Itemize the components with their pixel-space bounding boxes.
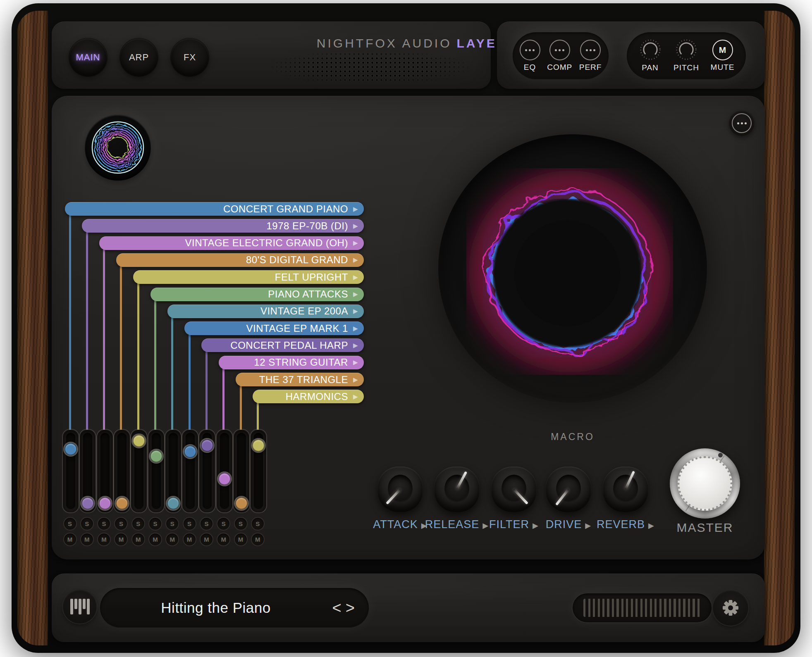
- solo-button[interactable]: S: [114, 517, 128, 531]
- solo-button[interactable]: S: [251, 517, 265, 531]
- slider-thumb[interactable]: [81, 497, 94, 509]
- mute-button[interactable]: M: [114, 533, 128, 546]
- preset-selector[interactable]: Hitting the Piano < >: [100, 588, 369, 628]
- layer-label: VINTAGE EP MARK 1: [246, 323, 348, 334]
- layer-volume-slider[interactable]: [80, 430, 96, 512]
- keyboard-icon: [70, 599, 90, 614]
- layer-volume-slider[interactable]: [97, 430, 113, 512]
- attack-knob[interactable]: [377, 467, 423, 512]
- scrub-strip[interactable]: [572, 593, 712, 623]
- layer-volume-slider[interactable]: [148, 430, 164, 512]
- tab-main[interactable]: MAIN: [69, 38, 107, 76]
- pan-control[interactable]: PAN: [638, 39, 662, 72]
- release-knob[interactable]: [434, 467, 480, 512]
- slider-thumb[interactable]: [99, 497, 111, 509]
- macro-options-button[interactable]: [729, 110, 755, 136]
- layer-volume-slider[interactable]: [217, 430, 232, 512]
- slider-thumb[interactable]: [150, 450, 162, 462]
- layer-volume-slider[interactable]: [63, 430, 79, 512]
- slider-thumb[interactable]: [64, 443, 77, 455]
- layer-expand-icon: ▶: [353, 205, 358, 213]
- mute-button[interactable]: M: [131, 533, 145, 546]
- keyboard-button[interactable]: [63, 590, 97, 624]
- layer-bar[interactable]: VINTAGE EP MARK 1▶: [184, 321, 364, 335]
- plugin-window: MAINARPFX NIGHTFOX AUDIOLAYERED EQCOMPPE…: [0, 0, 812, 657]
- solo-button[interactable]: S: [131, 517, 145, 531]
- layer-bar[interactable]: CONCERT GRAND PIANO▶: [65, 202, 364, 216]
- layer-bar[interactable]: FELT UPRIGHT▶: [133, 270, 364, 284]
- master-label: MASTER: [664, 521, 746, 535]
- pitch-control[interactable]: PITCH: [673, 39, 699, 72]
- macro-pad[interactable]: [438, 134, 707, 403]
- solo-button[interactable]: S: [183, 517, 196, 531]
- layer-bar[interactable]: 12 STRING GUITAR▶: [219, 356, 364, 369]
- slider-thumb[interactable]: [201, 439, 213, 452]
- fx-section-comp[interactable]: COMP: [547, 40, 572, 72]
- layer-bar[interactable]: THE 37 TRIANGLE▶: [236, 373, 364, 386]
- mute-button[interactable]: M: [97, 533, 111, 546]
- slider-thumb[interactable]: [184, 445, 196, 458]
- solo-button[interactable]: S: [80, 517, 94, 531]
- layer-expand-icon: ▶: [353, 376, 358, 383]
- layer-volume-slider[interactable]: [131, 430, 147, 512]
- layer-bar[interactable]: 1978 EP-70B (DI)▶: [82, 219, 364, 233]
- layer-volume-slider[interactable]: [234, 430, 249, 512]
- layer-stem: [257, 400, 259, 434]
- tab-fx[interactable]: FX: [171, 38, 209, 76]
- slider-thumb[interactable]: [235, 497, 248, 509]
- layer-volume-slider[interactable]: [165, 430, 181, 512]
- slider-thumb[interactable]: [116, 497, 128, 509]
- mute-button[interactable]: M: [165, 533, 179, 546]
- preset-prev-button[interactable]: <: [332, 600, 342, 616]
- slider-thumb[interactable]: [218, 473, 231, 485]
- layer-bar[interactable]: CONCERT PEDAL HARP▶: [201, 338, 364, 352]
- slider-thumb[interactable]: [252, 439, 265, 452]
- mute-control[interactable]: MMUTE: [711, 40, 735, 72]
- solo-button[interactable]: S: [200, 517, 213, 531]
- layer-stem: [154, 298, 156, 434]
- mute-button[interactable]: M: [80, 533, 94, 546]
- layer-expand-icon: ▶: [353, 342, 358, 349]
- mute-button[interactable]: M: [251, 533, 265, 546]
- solo-button[interactable]: S: [97, 517, 111, 531]
- layer-label: FELT UPRIGHT: [275, 271, 348, 283]
- mute-button[interactable]: M: [183, 533, 196, 546]
- wood-panel-left: [17, 11, 48, 645]
- preset-next-button[interactable]: >: [346, 600, 355, 616]
- solo-button[interactable]: S: [165, 517, 179, 531]
- master-knob[interactable]: [670, 448, 740, 519]
- master-knob-cap: [678, 456, 732, 511]
- layer-bar[interactable]: PIANO ATTACKS▶: [150, 288, 364, 301]
- macro-label: MACRO: [531, 431, 614, 443]
- filter-knob[interactable]: [491, 467, 537, 512]
- fx-section-perf[interactable]: PERF: [579, 40, 602, 72]
- tab-arp[interactable]: ARP: [120, 38, 158, 76]
- layer-volume-slider[interactable]: [199, 430, 215, 512]
- mute-button[interactable]: M: [234, 533, 248, 546]
- solo-button[interactable]: S: [217, 517, 230, 531]
- solo-button[interactable]: S: [148, 517, 162, 531]
- reverb-knob[interactable]: [603, 467, 648, 512]
- solo-button[interactable]: S: [234, 517, 248, 531]
- layer-bar[interactable]: 80'S DIGITAL GRAND▶: [116, 253, 364, 267]
- solo-button[interactable]: S: [63, 517, 77, 531]
- slider-thumb[interactable]: [167, 497, 179, 509]
- layer-expand-icon: ▶: [353, 222, 358, 230]
- layer-volume-slider[interactable]: [114, 430, 130, 512]
- layer-bar[interactable]: VINTAGE ELECTRIC GRAND (OH)▶: [99, 236, 364, 250]
- layer-bar[interactable]: VINTAGE EP 200A▶: [167, 305, 364, 318]
- slider-thumb[interactable]: [133, 435, 145, 447]
- layer-volume-slider[interactable]: [182, 430, 198, 512]
- layer-label: HARMONICS: [286, 391, 348, 402]
- mute-button[interactable]: M: [148, 533, 162, 546]
- layer-expand-icon: ▶: [353, 239, 358, 247]
- settings-button[interactable]: [713, 590, 748, 626]
- voice-control-label: PAN: [642, 63, 659, 72]
- mute-button[interactable]: M: [200, 533, 213, 546]
- layer-bar[interactable]: HARMONICS▶: [253, 390, 364, 403]
- mute-button[interactable]: M: [63, 533, 77, 546]
- mute-button[interactable]: M: [217, 533, 230, 546]
- fx-section-eq[interactable]: EQ: [520, 40, 540, 72]
- layer-volume-slider[interactable]: [251, 430, 266, 512]
- drive-knob[interactable]: [546, 467, 591, 512]
